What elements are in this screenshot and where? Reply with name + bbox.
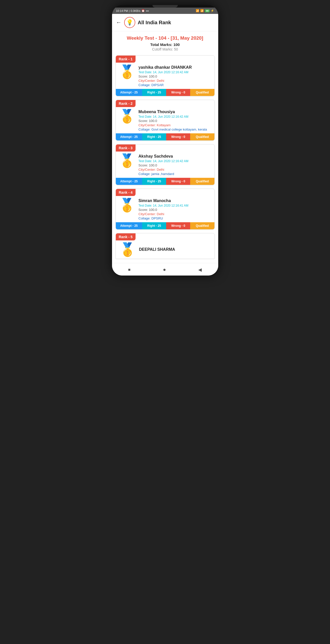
- rank-1-attempt: Attempt - 25: [116, 89, 142, 96]
- cutoff-marks: Cutoff Marks: 50: [116, 47, 215, 51]
- phone-frame: 10:14 PM | 0.0KB/s ⏰ ••• 📶 📶 99 ⚡ ← 💡 Al…: [112, 5, 218, 276]
- rank-3-medal-area: 🥇: [118, 154, 136, 167]
- bolt-icon: ⚡: [211, 9, 214, 12]
- rank-5-body: 🥇 DEEPALI SHARMA: [116, 240, 214, 259]
- rank-5-medal-area: 🥇: [119, 243, 137, 256]
- nav-triangle-button[interactable]: ◀: [194, 266, 206, 274]
- back-button[interactable]: ←: [116, 19, 122, 26]
- rank-2-right: Right - 25: [142, 133, 166, 140]
- rank-2-qualified: Qualified: [190, 133, 214, 140]
- rank-2-card: Rank - 2 🥇 Mubeena Thousiya Test Date: 1…: [116, 100, 215, 141]
- rank-1-medal-icon: 🥇: [119, 65, 135, 78]
- app-logo: 💡: [124, 17, 135, 28]
- rank-2-medal-area: 🥇: [118, 110, 136, 123]
- rank-1-badge: Rank - 1: [116, 56, 136, 63]
- rank-1-test-date: Test Date: 14, Jun 2020 12:16:42 AM: [139, 70, 211, 74]
- status-left: 10:14 PM | 0.0KB/s ⏰ •••: [116, 9, 149, 12]
- rank-1-card: Rank - 1 🥇 yashika dhankar DHANKAR Test …: [116, 55, 215, 96]
- rank-4-score: Score: 100.0: [139, 208, 211, 212]
- rank-4-test-date: Test Date: 14, Jun 2020 12:16:41 AM: [139, 204, 211, 207]
- rank-1-medal-area: 🥇: [118, 65, 136, 78]
- rank-3-test-date: Test Date: 14, Jun 2020 12:16:42 AM: [139, 159, 211, 163]
- rank-3-badge: Rank - 3: [116, 144, 136, 152]
- rank-1-body: 🥇 yashika dhankar DHANKAR Test Date: 14,…: [116, 63, 214, 89]
- rank-1-score: Score: 100.0: [139, 75, 211, 78]
- rank-3-collage: Collage: jamia ,hamdard: [139, 172, 211, 176]
- test-title: Weekly Test - 104 - [31, May 2020]: [116, 35, 215, 41]
- rank-2-city: City/Center: Kottayam: [139, 123, 211, 127]
- rank-4-medal-area: 🥇: [118, 199, 136, 212]
- rank-4-qualified: Qualified: [190, 222, 214, 229]
- rank-1-collage: Collage: DIPSAR: [139, 83, 211, 87]
- rank-4-right: Right - 25: [142, 222, 166, 229]
- rank-2-test-date: Test Date: 14, Jun 2020 12:16:42 AM: [139, 115, 211, 118]
- rank-4-card: Rank - 4 🥇 Simran Manocha Test Date: 14,…: [116, 189, 215, 230]
- more-icon: •••: [146, 9, 149, 12]
- rank-2-score: Score: 100.0: [139, 119, 211, 123]
- rank-5-badge: Rank - 5: [116, 233, 136, 240]
- rank-3-score: Score: 100.0: [139, 163, 211, 167]
- rank-2-badge: Rank - 2: [116, 100, 136, 107]
- rank-5-medal-icon: 🥇: [119, 243, 136, 256]
- rank-3-info: Akshay Sachdeva Test Date: 14, Jun 2020 …: [139, 154, 211, 176]
- rank-1-footer: Attempt - 25 Right - 25 Wrong - 0 Qualif…: [116, 89, 214, 96]
- rank-3-name: Akshay Sachdeva: [139, 154, 211, 159]
- rank-4-medal-icon: 🥇: [119, 199, 135, 212]
- rank-4-name: Simran Manocha: [139, 199, 211, 203]
- signal-icon: 📶: [200, 9, 204, 12]
- rank-3-right: Right - 25: [142, 178, 166, 185]
- rank-2-footer: Attempt - 25 Right - 25 Wrong - 0 Qualif…: [116, 133, 214, 140]
- rank-2-info: Mubeena Thousiya Test Date: 14, Jun 2020…: [139, 110, 211, 131]
- rank-4-info: Simran Manocha Test Date: 14, Jun 2020 1…: [139, 199, 211, 220]
- nav-bar: ■ ● ◀: [112, 263, 218, 276]
- rank-5-card: Rank - 5 🥇 DEEPALI SHARMA: [116, 233, 215, 259]
- rank-1-city: City/Center: Delhi: [139, 79, 211, 83]
- rank-1-info: yashika dhankar DHANKAR Test Date: 14, J…: [139, 65, 211, 87]
- rank-3-city: City/Center: Delhi: [139, 168, 211, 171]
- rank-2-attempt: Attempt - 25: [116, 133, 142, 140]
- battery-label: 99: [205, 9, 209, 12]
- app-header: ← 💡 All India Rank: [112, 14, 218, 31]
- rank-4-collage: Collage: DPSRU: [139, 216, 211, 220]
- rank-4-attempt: Attempt - 25: [116, 222, 142, 229]
- rank-2-name: Mubeena Thousiya: [139, 110, 211, 114]
- content-area: Weekly Test - 104 - [31, May 2020] Total…: [112, 31, 218, 263]
- wifi-icon: 📶: [196, 9, 199, 12]
- rank-2-body: 🥇 Mubeena Thousiya Test Date: 14, Jun 20…: [116, 107, 214, 133]
- screen: Weekly Test - 104 - [31, May 2020] Total…: [112, 31, 218, 276]
- rank-4-badge: Rank - 4: [116, 189, 136, 196]
- rank-cards-container: Rank - 1 🥇 yashika dhankar DHANKAR Test …: [116, 55, 215, 230]
- rank-3-body: 🥇 Akshay Sachdeva Test Date: 14, Jun 202…: [116, 152, 214, 178]
- rank-4-city: City/Center: Delhi: [139, 212, 211, 216]
- rank-3-attempt: Attempt - 25: [116, 178, 142, 185]
- nav-square-button[interactable]: ■: [124, 266, 135, 273]
- logo-icon: 💡: [126, 19, 133, 26]
- nav-circle-button[interactable]: ●: [158, 266, 170, 274]
- time-label: 10:14 PM: [116, 9, 128, 12]
- total-marks: Total Marks: 100: [116, 42, 215, 47]
- rank-2-medal-icon: 🥇: [119, 110, 135, 123]
- rank-2-collage: Collage: Govt medical college kottayam, …: [139, 128, 211, 131]
- rank-4-wrong: Wrong - 0: [166, 222, 190, 229]
- rank-4-body: 🥇 Simran Manocha Test Date: 14, Jun 2020…: [116, 196, 214, 222]
- alarm-icon: ⏰: [141, 9, 145, 12]
- rank-3-medal-icon: 🥇: [119, 154, 135, 167]
- status-bar: 10:14 PM | 0.0KB/s ⏰ ••• 📶 📶 99 ⚡: [112, 8, 218, 14]
- rank-2-wrong: Wrong - 0: [166, 133, 190, 140]
- rank-4-footer: Attempt - 25 Right - 25 Wrong - 0 Qualif…: [116, 222, 214, 229]
- rank-5-name: DEEPALI SHARMA: [139, 247, 175, 252]
- phone-notch: [152, 5, 178, 8]
- network-label: |: [129, 9, 130, 12]
- page-title: All India Rank: [138, 20, 171, 26]
- network-speed: 0.0KB/s: [130, 9, 140, 12]
- rank-3-qualified: Qualified: [190, 178, 214, 185]
- rank-1-wrong: Wrong - 0: [166, 89, 190, 96]
- rank-3-card: Rank - 3 🥇 Akshay Sachdeva Test Date: 14…: [116, 144, 215, 185]
- rank-3-footer: Attempt - 25 Right - 25 Wrong - 0 Qualif…: [116, 178, 214, 185]
- rank-1-name: yashika dhankar DHANKAR: [139, 65, 211, 70]
- rank-3-wrong: Wrong - 0: [166, 178, 190, 185]
- status-right: 📶 📶 99 ⚡: [196, 9, 214, 12]
- rank-1-right: Right - 25: [142, 89, 166, 96]
- rank-1-qualified: Qualified: [190, 89, 214, 96]
